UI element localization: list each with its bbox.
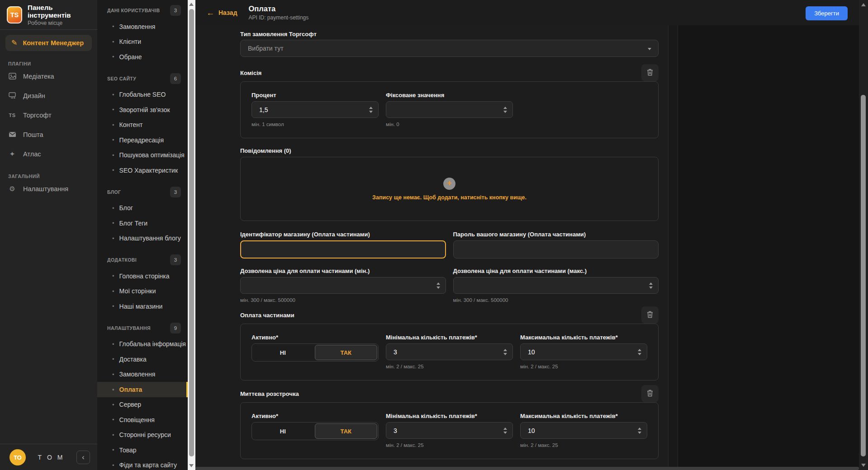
sidebar-item-atlas[interactable]: ✦ Атлас xyxy=(0,144,97,164)
nav-item-seo-characteristics[interactable]: SEO Характеристик xyxy=(97,163,188,178)
sidebar-item-torgsoft[interactable]: TS Торгсофт xyxy=(0,105,97,125)
nav-item-global-seo[interactable]: Глобальне SEO xyxy=(97,87,188,103)
instant-box: Активно* НІ ТАК Мінімальна кількість пла… xyxy=(240,402,659,459)
store-password-label: Пароль вашого магазину (Оплата частинами… xyxy=(453,231,659,238)
nav-item-favorites[interactable]: Обране xyxy=(97,49,188,65)
commission-title: Комісія xyxy=(240,70,261,76)
app-subtitle: Робоче місце xyxy=(28,20,90,26)
spinner-icon[interactable] xyxy=(649,282,653,289)
nav-item-redirects[interactable]: Переадресація xyxy=(97,132,188,148)
sidebar-item-settings[interactable]: ⚙ Налаштування xyxy=(0,179,97,198)
instant-active-toggle[interactable]: НІ ТАК xyxy=(251,422,379,440)
nav-item-home-page[interactable]: Головна сторінка xyxy=(97,268,188,284)
nav-item-delivery[interactable]: Доставка xyxy=(97,352,188,367)
scroll-down-icon[interactable] xyxy=(861,464,866,467)
sidebar-item-content-manager[interactable]: ✎ Контент Менеджер xyxy=(5,35,92,51)
installment-min-input[interactable] xyxy=(386,343,513,360)
avatar[interactable]: ТО xyxy=(9,449,26,465)
app-title: Панель інструментів xyxy=(28,4,90,19)
back-button[interactable]: ← Назад xyxy=(206,9,237,17)
price-max-input[interactable] xyxy=(453,277,659,294)
spinner-icon[interactable] xyxy=(503,107,507,113)
spinner-icon[interactable] xyxy=(638,428,641,434)
mail-icon xyxy=(8,132,17,137)
nav-item-search-optimization[interactable]: Пошукова оптимізація xyxy=(97,148,188,163)
nav-item-payment[interactable]: Оплата xyxy=(97,382,188,397)
order-type-select[interactable]: Вибрати тут xyxy=(240,40,659,57)
spinner-icon[interactable] xyxy=(369,107,373,113)
nav-item-my-pages[interactable]: Мої сторінки xyxy=(97,284,188,299)
nav-item-feedback[interactable]: Зворотній зв'язок xyxy=(97,102,188,118)
nav-scrollbar-thumb[interactable] xyxy=(189,9,194,456)
delete-installment-button[interactable] xyxy=(641,306,659,324)
nav-item-blog[interactable]: Блог xyxy=(97,201,188,216)
price-min-hint: мін. 300 / макс. 500000 xyxy=(240,297,446,303)
nav-item-content[interactable]: Контент xyxy=(97,118,188,133)
nav-item-blog-settings[interactable]: Налаштування блогу xyxy=(97,231,188,246)
price-min-label: Дозволена ціна для оплати частинами (мін… xyxy=(240,268,446,274)
delete-instant-button[interactable] xyxy=(641,385,659,402)
store-id-input[interactable] xyxy=(240,240,446,258)
add-message-button[interactable]: + xyxy=(443,178,455,190)
installment-max-input[interactable] xyxy=(520,343,647,360)
nav-item-blog-tags[interactable]: Блог Теги xyxy=(97,216,188,231)
nav-item-orders[interactable]: Замовлення xyxy=(97,19,188,34)
sidebar-item-media[interactable]: Медіатека xyxy=(0,66,97,86)
installment-active-toggle[interactable]: НІ ТАК xyxy=(251,343,379,362)
spinner-icon[interactable] xyxy=(503,428,507,434)
spinner-icon[interactable] xyxy=(638,349,641,355)
trash-icon xyxy=(647,69,653,77)
fixed-value-label: Фіксоване значення xyxy=(386,92,513,99)
instant-min-input[interactable] xyxy=(386,422,513,439)
instant-max-hint: мін. 2 / макс. 25 xyxy=(520,442,647,448)
nav-item-feeds-sitemap[interactable]: Фіди та карта сайту xyxy=(97,458,188,470)
spinner-icon[interactable] xyxy=(503,349,507,355)
percent-hint: мін. 1 символ xyxy=(251,122,379,127)
nav-item-product[interactable]: Товар xyxy=(97,442,188,458)
torgsoft-icon: TS xyxy=(8,113,17,118)
scroll-up-icon[interactable] xyxy=(861,3,866,6)
save-button[interactable]: Зберегти xyxy=(806,6,848,20)
toggle-yes-option[interactable]: ТАК xyxy=(315,423,378,439)
trash-icon xyxy=(647,311,653,320)
chevron-left-icon: ‹ xyxy=(82,453,84,461)
count-badge: 3 xyxy=(170,254,181,265)
scroll-down-icon[interactable] xyxy=(189,464,194,467)
sidebar-item-design[interactable]: Дизайн xyxy=(0,86,97,105)
price-min-input[interactable] xyxy=(240,277,446,294)
sidebar: TS Панель інструментів Робоче місце ✎ Ко… xyxy=(0,0,97,470)
trash-icon xyxy=(647,390,653,398)
nav-item-global-info[interactable]: Глобальна інформація xyxy=(97,337,188,352)
gear-icon: ⚙ xyxy=(8,185,17,193)
nav-section-header: SEO САЙТУ 6 xyxy=(97,73,188,85)
collapse-sidebar-button[interactable]: ‹ xyxy=(76,451,90,464)
order-type-label: Тип замовлення Торгсофт xyxy=(240,31,659,38)
commission-box: Процент мін. 1 символ Фіксоване значення… xyxy=(240,81,659,138)
window-scrollbar-thumb[interactable] xyxy=(861,95,866,456)
nav-item-clients[interactable]: Клієнти xyxy=(97,34,188,50)
store-password-input[interactable] xyxy=(453,240,659,258)
toggle-no-option[interactable]: НІ xyxy=(252,423,314,440)
nav-item-orders-settings[interactable]: Замовлення xyxy=(97,367,188,382)
sidebar-item-mail[interactable]: Пошта xyxy=(0,125,97,144)
messages-title: Повідомлення (0) xyxy=(240,147,659,154)
window-scrollbar[interactable] xyxy=(859,0,868,470)
nav-item-our-stores[interactable]: Наші магазини xyxy=(97,299,188,314)
nav-item-third-party[interactable]: Сторонні ресурси xyxy=(97,428,188,443)
nav-item-notifications[interactable]: Сповіщення xyxy=(97,412,188,428)
spinner-icon[interactable] xyxy=(436,282,440,289)
delete-commission-button[interactable] xyxy=(641,64,659,81)
scroll-up-icon[interactable] xyxy=(189,3,194,6)
right-empty-panel xyxy=(678,25,859,467)
horizontal-scrollbar[interactable] xyxy=(195,467,859,470)
nav-scrollbar[interactable] xyxy=(188,0,195,470)
design-icon xyxy=(8,92,17,99)
installment-min-label: Мінімальна кількість платежів* xyxy=(386,334,513,341)
toggle-yes-option[interactable]: ТАК xyxy=(315,345,378,360)
toggle-no-option[interactable]: НІ xyxy=(252,344,314,361)
percent-input[interactable] xyxy=(251,101,379,118)
fixed-value-input[interactable] xyxy=(386,101,513,118)
pane-divider[interactable] xyxy=(668,25,678,467)
nav-item-server[interactable]: Сервер xyxy=(97,397,188,413)
instant-max-input[interactable] xyxy=(520,422,647,439)
